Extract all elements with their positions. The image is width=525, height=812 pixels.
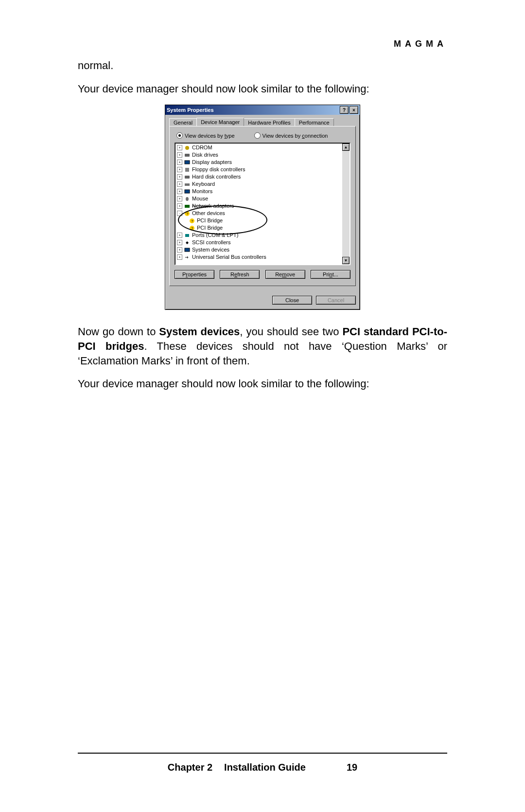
svg-rect-1 xyxy=(185,154,190,157)
tab-hardware-profiles[interactable]: Hardware Profiles xyxy=(244,118,295,126)
close-dialog-button[interactable]: Close xyxy=(272,296,312,305)
tree-label: PCI Bridge xyxy=(197,217,223,224)
device-manager-buttons: Properties Refresh Remove Print... xyxy=(175,270,350,279)
radio-view-by-connection-label: View devices by connection xyxy=(262,133,328,139)
question-icon: ? xyxy=(189,225,195,231)
svg-point-7 xyxy=(186,197,189,201)
text-run: , you should see two xyxy=(240,325,342,338)
document-page: MAGMA normal. Your device manager should… xyxy=(0,0,525,812)
tree-label: System devices xyxy=(192,246,229,253)
tree-label: Display adapters xyxy=(192,159,232,166)
tree-item-hdd-controllers[interactable]: + Hard disk controllers xyxy=(177,173,348,180)
tree-label: Mouse xyxy=(192,195,208,202)
tree-item-pci-bridge-1[interactable]: ? PCI Bridge xyxy=(177,217,348,224)
svg-text:?: ? xyxy=(191,226,193,231)
expand-icon[interactable]: + xyxy=(177,167,182,172)
tree-label: PCI Bridge xyxy=(197,224,223,232)
cancel-button[interactable]: Cancel xyxy=(316,296,356,305)
device-tree-rows: + CDROM + Disk drives + xyxy=(175,143,350,262)
svg-rect-4 xyxy=(185,176,190,179)
svg-point-0 xyxy=(185,146,189,150)
expand-icon[interactable]: + xyxy=(177,181,182,187)
disk-icon xyxy=(184,152,191,158)
svg-rect-8 xyxy=(185,205,190,208)
hdd-icon xyxy=(184,174,191,180)
close-button[interactable]: × xyxy=(350,106,358,114)
tree-item-scsi[interactable]: + SCSI controllers xyxy=(177,239,348,246)
tree-item-ports[interactable]: + Ports (COM & LPT) xyxy=(177,232,348,239)
tab-device-manager[interactable]: Device Manager xyxy=(196,118,244,126)
collapse-icon[interactable]: - xyxy=(177,211,182,216)
refresh-button[interactable]: Refresh xyxy=(220,270,260,279)
expand-icon[interactable]: + xyxy=(177,189,182,194)
tree-label: CDROM xyxy=(192,144,212,151)
radio-view-by-type-label: View devices by type xyxy=(185,133,235,139)
tree-scrollbar[interactable]: ▲ ▼ xyxy=(342,144,350,264)
tree-item-cdrom[interactable]: + CDROM xyxy=(177,144,348,151)
expand-icon[interactable]: + xyxy=(177,160,182,165)
tree-item-mouse[interactable]: + Mouse xyxy=(177,195,348,202)
tree-item-other-devices[interactable]: - ? Other devices xyxy=(177,210,348,217)
tree-item-system-devices[interactable]: + System devices xyxy=(177,246,348,253)
print-button[interactable]: Print... xyxy=(311,270,350,279)
dialog-figure: System Properties ? × General Device Man… xyxy=(78,105,447,310)
tree-label: SCSI controllers xyxy=(192,239,230,246)
expand-icon[interactable]: + xyxy=(177,247,182,253)
device-manager-panel: View devices by type View devices by con… xyxy=(169,126,356,286)
expand-icon[interactable]: + xyxy=(177,196,182,201)
tree-label: Universal Serial Bus controllers xyxy=(192,253,266,261)
radio-dot-icon xyxy=(176,132,183,139)
tree-label: Ports (COM & LPT) xyxy=(192,232,238,239)
tree-item-display-adapters[interactable]: + Display adapters xyxy=(177,159,348,166)
help-button[interactable]: ? xyxy=(340,106,349,114)
expand-icon[interactable]: + xyxy=(177,233,182,238)
question-icon: ? xyxy=(184,211,191,217)
scroll-down-arrow-icon[interactable]: ▼ xyxy=(342,257,350,264)
tree-item-floppy[interactable]: + Floppy disk controllers xyxy=(177,166,348,173)
tree-item-network-adapters[interactable]: + Network adapters xyxy=(177,202,348,210)
tree-item-usb[interactable]: + Universal Serial Bus controllers xyxy=(177,253,348,261)
svg-rect-3 xyxy=(185,168,189,172)
expand-icon[interactable]: + xyxy=(177,152,182,158)
tree-item-disk-drives[interactable]: + Disk drives xyxy=(177,151,348,159)
scroll-up-arrow-icon[interactable]: ▲ xyxy=(342,144,350,151)
properties-button[interactable]: Properties xyxy=(175,270,214,279)
scsi-icon xyxy=(184,240,191,246)
view-options: View devices by type View devices by con… xyxy=(176,132,350,139)
svg-text:?: ? xyxy=(186,212,189,216)
tree-item-monitors[interactable]: + Monitors xyxy=(177,188,348,195)
tab-performance[interactable]: Performance xyxy=(295,118,334,126)
footer-divider xyxy=(78,753,447,754)
svg-text:?: ? xyxy=(191,219,193,223)
radio-view-by-type[interactable]: View devices by type xyxy=(176,132,235,139)
expand-icon[interactable]: + xyxy=(177,254,182,260)
expand-icon[interactable]: + xyxy=(177,240,182,245)
remove-button[interactable]: Remove xyxy=(265,270,305,279)
svg-rect-2 xyxy=(185,161,190,164)
network-icon xyxy=(184,203,191,209)
tree-item-pci-bridge-2[interactable]: ? PCI Bridge xyxy=(177,224,348,232)
radio-view-by-connection[interactable]: View devices by connection xyxy=(254,132,328,139)
dialog-body: General Device Manager Hardware Profiles… xyxy=(165,115,360,291)
page-footer: Chapter 2 Installation Guide 19 xyxy=(78,762,447,773)
cdrom-icon xyxy=(184,145,191,151)
tree-label: Network adapters xyxy=(192,202,234,210)
tab-general[interactable]: General xyxy=(169,118,197,126)
floppy-icon xyxy=(184,167,191,173)
svg-rect-17 xyxy=(185,248,190,252)
monitor-icon xyxy=(184,189,191,195)
question-icon: ? xyxy=(189,218,195,224)
brand-header: MAGMA xyxy=(394,39,447,49)
svg-marker-16 xyxy=(186,241,189,244)
expand-icon[interactable]: + xyxy=(177,145,182,150)
expand-icon[interactable]: + xyxy=(177,203,182,209)
device-tree[interactable]: + CDROM + Disk drives + xyxy=(175,143,350,265)
tree-item-keyboard[interactable]: + Keyboard xyxy=(177,180,348,188)
svg-rect-5 xyxy=(185,183,190,186)
footer-chapter: Chapter 2 xyxy=(168,762,212,773)
expand-icon[interactable]: + xyxy=(177,174,182,180)
paragraph-3: Now go down to System devices, you shoul… xyxy=(78,325,447,368)
monitor-icon xyxy=(184,247,191,253)
paragraph-4: Your device manager should now look simi… xyxy=(78,377,447,391)
tree-label: Floppy disk controllers xyxy=(192,166,245,173)
